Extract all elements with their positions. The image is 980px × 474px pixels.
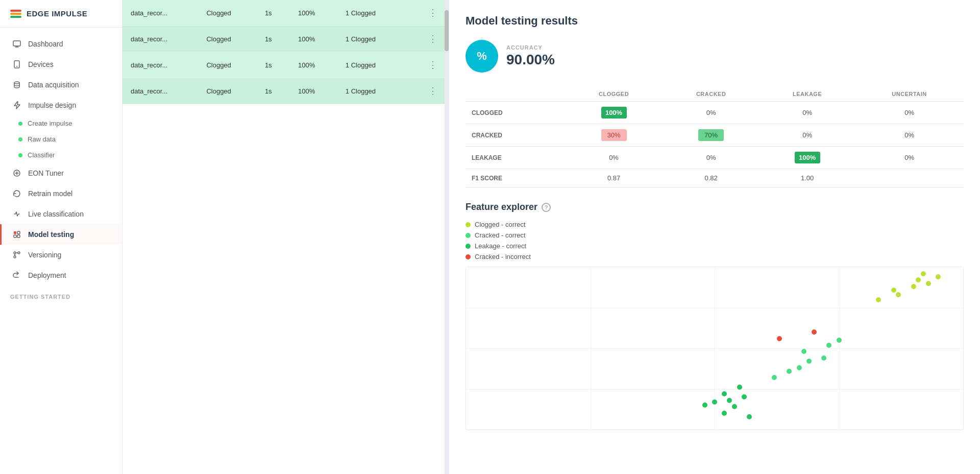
legend-label: Leakage - correct bbox=[475, 242, 526, 250]
svg-point-11 bbox=[14, 256, 16, 258]
scatter-dot bbox=[722, 411, 727, 416]
scrollbar-thumb[interactable] bbox=[445, 10, 449, 51]
results-title: Model testing results bbox=[465, 14, 964, 28]
more-button[interactable]: ⋮ bbox=[425, 33, 440, 44]
cell-name: data_recor... bbox=[122, 78, 198, 104]
matrix-row-label: LEAKAGE bbox=[465, 147, 565, 169]
matrix-cell: 0% bbox=[855, 102, 964, 124]
sidebar-item-label: Devices bbox=[28, 60, 54, 68]
sidebar-item-deployment[interactable]: Deployment bbox=[0, 265, 122, 286]
scatter-dot bbox=[747, 414, 752, 419]
help-icon[interactable]: ? bbox=[542, 203, 551, 212]
accuracy-value: 90.00% bbox=[506, 52, 555, 68]
cell-match: 100% bbox=[290, 0, 337, 26]
scatter-dot bbox=[787, 369, 792, 374]
sidebar-item-impulse-design[interactable]: Impulse design bbox=[0, 95, 122, 115]
matrix-cell: 0% bbox=[855, 147, 964, 169]
sidebar-item-model-testing[interactable]: Model testing bbox=[0, 224, 122, 245]
sidebar-item-data-acquisition[interactable]: Data acquisition bbox=[0, 75, 122, 95]
sidebar-sub-label: Create impulse bbox=[28, 120, 72, 127]
matrix-header-row: CLOGGEDCRACKEDLEAKAGEUNCERTAIN bbox=[465, 87, 964, 102]
monitor-icon bbox=[12, 39, 22, 49]
cell-actions: ⋮ bbox=[404, 52, 449, 78]
cell-length: 1s bbox=[257, 26, 290, 52]
legend-item: Cracked - correct bbox=[465, 231, 964, 239]
main-content: data_recor... Clogged 1s 100% 1 Clogged … bbox=[122, 0, 980, 474]
sidebar-sub-label: Classifier bbox=[28, 151, 55, 159]
matrix-col-header: LEAKAGE bbox=[760, 87, 855, 102]
sidebar-item-devices[interactable]: Devices bbox=[0, 54, 122, 75]
scatter-dot bbox=[812, 329, 817, 335]
svg-rect-5 bbox=[14, 231, 16, 234]
matrix-cell: 70% bbox=[663, 124, 760, 147]
lightning-icon bbox=[12, 100, 22, 110]
legend-dot bbox=[465, 254, 471, 259]
matrix-cell: 100% bbox=[760, 147, 855, 169]
cell-result: 1 Clogged bbox=[337, 26, 404, 52]
scatter-dot bbox=[926, 281, 931, 286]
cell-result: 1 Clogged bbox=[337, 78, 404, 104]
svg-point-2 bbox=[16, 66, 17, 67]
scrollbar-track[interactable] bbox=[445, 0, 449, 474]
sidebar-item-raw-data[interactable]: Raw data bbox=[0, 131, 122, 147]
more-button[interactable]: ⋮ bbox=[425, 59, 440, 70]
more-button[interactable]: ⋮ bbox=[425, 85, 440, 97]
more-button[interactable]: ⋮ bbox=[425, 7, 440, 18]
matrix-cell: 0% bbox=[855, 124, 964, 147]
cell-match: 100% bbox=[290, 26, 337, 52]
sidebar-item-create-impulse[interactable]: Create impulse bbox=[0, 115, 122, 131]
scatter-dot bbox=[837, 338, 842, 343]
cell-name: data_recor... bbox=[122, 52, 198, 78]
cell-actions: ⋮ bbox=[404, 0, 449, 26]
scatter-dot bbox=[797, 365, 802, 370]
cell-match: 100% bbox=[290, 78, 337, 104]
logo-text: EDGE IMPULSE bbox=[27, 9, 87, 18]
version-icon bbox=[12, 250, 22, 260]
cell-length: 1s bbox=[257, 0, 290, 26]
matrix-row: CRACKED30%70%0%0% bbox=[465, 124, 964, 147]
matrix-row-label: CRACKED bbox=[465, 124, 565, 147]
scatter-dot bbox=[876, 297, 881, 302]
sidebar-sub-label: Raw data bbox=[28, 135, 56, 143]
scatter-dot bbox=[936, 274, 941, 279]
svg-rect-0 bbox=[13, 41, 20, 46]
scatter-dot bbox=[911, 284, 916, 289]
matrix-cell: 0% bbox=[760, 102, 855, 124]
sidebar-item-eon-tuner[interactable]: EON Tuner bbox=[0, 163, 122, 183]
cell-label: Clogged bbox=[198, 26, 256, 52]
dot-icon bbox=[18, 122, 22, 126]
sidebar-item-live-classification[interactable]: Live classification bbox=[0, 204, 122, 224]
scatter-dot bbox=[742, 394, 747, 399]
legend-dot bbox=[465, 222, 471, 227]
sidebar-item-retrain-model[interactable]: Retrain model bbox=[0, 183, 122, 204]
table-row: data_recor... Clogged 1s 100% 1 Clogged … bbox=[122, 0, 449, 26]
matrix-cell: 100% bbox=[565, 102, 663, 124]
model-icon bbox=[12, 229, 22, 240]
sidebar-item-label: Live classification bbox=[28, 210, 84, 218]
sidebar-item-label: Data acquisition bbox=[28, 81, 79, 89]
cell-actions: ⋮ bbox=[404, 26, 449, 52]
deploy-icon bbox=[12, 270, 22, 280]
device-icon bbox=[12, 59, 22, 69]
sidebar-item-versioning[interactable]: Versioning bbox=[0, 245, 122, 265]
sidebar-item-dashboard[interactable]: Dashboard bbox=[0, 34, 122, 54]
matrix-cell: 0% bbox=[663, 147, 760, 169]
cell-actions: ⋮ bbox=[404, 78, 449, 104]
matrix-row: F1 SCORE0.870.821.00 bbox=[465, 169, 964, 187]
scatter-dot bbox=[777, 336, 782, 341]
scatter-dot bbox=[896, 292, 901, 297]
scatter-dot bbox=[712, 399, 717, 405]
matrix-cell: 0.87 bbox=[565, 169, 663, 187]
accuracy-icon: % bbox=[477, 50, 487, 63]
logo-icon bbox=[10, 10, 21, 18]
accuracy-circle: % bbox=[465, 40, 498, 73]
scatter-dot bbox=[737, 385, 742, 390]
scatter-dot bbox=[732, 404, 737, 409]
sidebar: EDGE IMPULSE Dashboard Devices Data acqu… bbox=[0, 0, 122, 474]
legend-item: Leakage - correct bbox=[465, 242, 964, 250]
sidebar-item-classifier[interactable]: Classifier bbox=[0, 147, 122, 163]
svg-point-10 bbox=[18, 252, 20, 254]
cell-name: data_recor... bbox=[122, 0, 198, 26]
scatter-dot bbox=[806, 359, 812, 364]
retrain-icon bbox=[12, 188, 22, 199]
